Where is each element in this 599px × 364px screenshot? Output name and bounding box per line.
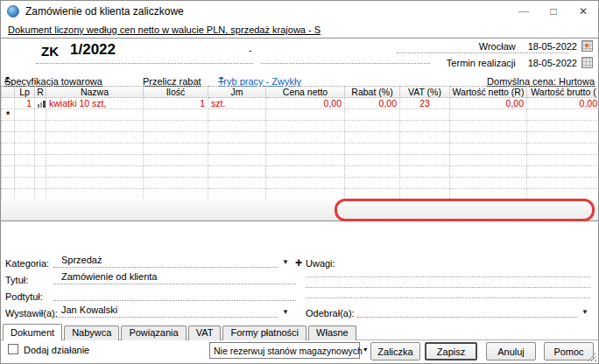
col-nazwa[interactable]: Nazwa [46, 87, 144, 98]
notes-line[interactable] [306, 276, 590, 277]
cell-cena-netto[interactable]: 0,00 [266, 98, 345, 109]
advance-payment-button[interactable]: Zaliczka [370, 342, 420, 360]
add-category-button[interactable]: + [295, 257, 302, 268]
chevron-down-icon[interactable]: ▼ [581, 308, 588, 316]
chevron-down-icon[interactable]: ▼ [282, 258, 289, 266]
tab-nabywca[interactable]: Nabywca [64, 326, 119, 340]
city-underline [397, 52, 568, 53]
chevron-down-icon: ▼ [218, 75, 224, 81]
tab-powiazania[interactable]: Powiązania [121, 326, 186, 340]
issuer-field[interactable]: Jan Kowalski [53, 304, 278, 318]
app-icon [7, 5, 19, 18]
table-row[interactable]: 1 kwiatki 10 szt, 1 szt. 0,00 0,00 23 0,… [2, 98, 599, 109]
col-r[interactable]: R [35, 87, 46, 98]
titlebar: Zamówienie od klienta zaliczkowe — □ ✕ [1, 1, 598, 22]
category-label: Kategoria: [5, 258, 49, 269]
tab-wlasne[interactable]: Własne [308, 326, 356, 340]
doc-number-underline [36, 63, 253, 64]
empty-row[interactable] [2, 121, 599, 132]
notes-line[interactable] [306, 287, 590, 288]
row-gutter-header [2, 87, 15, 98]
notes-label: Uwagi: [306, 258, 335, 269]
help-button[interactable]: Pomoc [544, 342, 594, 360]
cell-jm[interactable]: szt. [208, 98, 266, 109]
city-field[interactable]: Wrocław [479, 41, 516, 52]
category-field[interactable]: Sprzedaż [53, 255, 278, 268]
cell-vat[interactable]: 23 [400, 98, 450, 109]
empty-row[interactable] [2, 144, 599, 155]
close-icon[interactable]: ✕ [568, 1, 598, 22]
issue-date-field[interactable]: 18-05-2022 [528, 41, 577, 52]
stock-reservation-select[interactable]: Nie rezerwuj stanów magazynowych ▼ [209, 342, 360, 359]
maximize-icon[interactable]: □ [539, 1, 568, 22]
document-form: Kategoria: Sprzedaż ▼ + Tytuł: Zamówieni… [1, 222, 598, 324]
title-label: Tytuł: [5, 275, 28, 285]
chevron-down-icon: ▼ [363, 346, 369, 353]
add-action-checkbox[interactable] [8, 344, 18, 354]
items-table: Lp R Nazwa Ilość Jm Cena netto Rabat (%)… [1, 86, 599, 200]
save-button[interactable]: Zapisz [425, 342, 477, 360]
calendar-icon[interactable] [581, 40, 593, 52]
col-lp[interactable]: Lp [15, 87, 35, 98]
tab-strip: Dokument Nabywca Powiązania VAT Formy pł… [3, 324, 358, 340]
calendar-icon[interactable] [581, 57, 593, 68]
empty-row[interactable] [2, 178, 599, 189]
cell-ilosc[interactable]: 1 [144, 98, 208, 109]
contractor-field[interactable]: - [249, 45, 252, 55]
col-jm[interactable]: Jm [208, 87, 266, 98]
empty-row[interactable] [2, 155, 599, 166]
tab-dokument[interactable]: Dokument [3, 324, 62, 340]
notes-line[interactable] [306, 298, 590, 298]
new-row[interactable]: * [2, 109, 599, 121]
doc-number[interactable]: 1/2022 [70, 41, 116, 59]
window-title: Zamówienie od klienta zaliczkowe [25, 5, 184, 18]
subtitle-label: Podtytuł: [5, 291, 43, 302]
cell-rabat[interactable]: 0,00 [345, 98, 400, 109]
tab-formy-platnosci[interactable]: Formy płatności [222, 326, 307, 340]
col-wartosc-brutto[interactable]: Wartość brutto ( [527, 87, 599, 98]
contractor-underline [261, 63, 430, 64]
highlight-annotation [335, 199, 595, 221]
bar-chart-icon [38, 101, 46, 108]
receiver-field[interactable] [357, 304, 578, 318]
document-settings-link[interactable]: Dokument liczony według cen netto w walu… [8, 24, 321, 35]
tab-vat[interactable]: VAT [188, 326, 222, 340]
doc-symbol: ZK [41, 44, 59, 59]
cancel-button[interactable]: Anuluj [486, 342, 536, 360]
document-header: ZK 1/2022 - Wrocław 18-05-2022 Termin re… [1, 38, 598, 76]
table-header-row: Lp R Nazwa Ilość Jm Cena netto Rabat (%)… [2, 87, 599, 98]
document-settings-bar: Dokument liczony według cen netto w walu… [1, 22, 598, 38]
empty-row[interactable] [2, 166, 599, 178]
issuer-label: Wystawił(a): [5, 308, 58, 318]
cell-lp[interactable]: 1 [15, 98, 35, 109]
term-label: Termin realizacji [447, 58, 516, 68]
chevron-down-icon: ▼ [4, 75, 11, 81]
row-gutter [2, 98, 15, 109]
toolbar: Specyfikacja towarowa ▼ Przelicz rabat T… [1, 76, 598, 86]
col-ilosc[interactable]: Ilość [144, 87, 208, 98]
add-action-label: Dodaj działanie [24, 345, 89, 355]
receiver-label: Odebrał(a): [306, 308, 355, 318]
empty-row[interactable] [2, 132, 599, 144]
cell-nazwa[interactable]: kwiatki 10 szt, [46, 98, 144, 109]
cell-wartosc-netto[interactable]: 0,00 [450, 98, 527, 109]
new-row-marker-icon: * [2, 109, 15, 121]
cell-r[interactable] [35, 98, 46, 109]
chevron-down-icon[interactable]: ▼ [282, 308, 289, 316]
title-field[interactable]: Zamówienie od klienta [53, 271, 296, 284]
col-wartosc-netto[interactable]: Wartość netto (R) [450, 87, 527, 98]
col-cena-netto[interactable]: Cena netto [266, 87, 345, 98]
subtitle-field[interactable] [53, 288, 296, 301]
cell-wartosc-brutto[interactable]: 0,00 [527, 98, 599, 109]
order-window: Zamówienie od klienta zaliczkowe — □ ✕ D… [0, 0, 599, 364]
term-date-field[interactable]: 18-05-2022 [528, 58, 577, 68]
col-rabat[interactable]: Rabat (%) [345, 87, 400, 98]
col-vat[interactable]: VAT (%) [400, 87, 450, 98]
minimize-icon[interactable]: — [509, 1, 539, 22]
stock-reservation-value: Nie rezerwuj stanów magazynowych [214, 346, 363, 356]
